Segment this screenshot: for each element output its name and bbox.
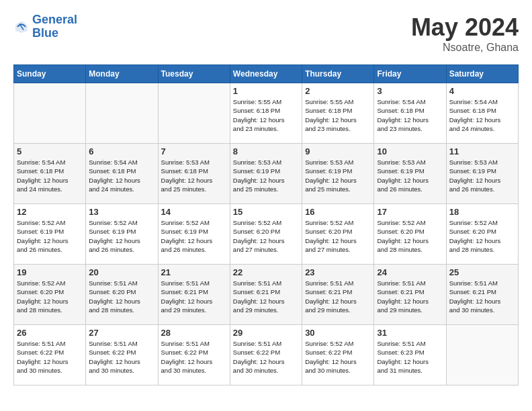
calendar-day-cell: 31Sunrise: 5:51 AM Sunset: 6:23 PM Dayli… xyxy=(374,325,446,385)
day-number: 20 xyxy=(89,267,154,277)
calendar-day-cell: 21Sunrise: 5:51 AM Sunset: 6:21 PM Dayli… xyxy=(158,265,230,325)
calendar-week-row: 26Sunrise: 5:51 AM Sunset: 6:22 PM Dayli… xyxy=(14,325,519,385)
calendar-day-cell: 9Sunrise: 5:53 AM Sunset: 6:19 PM Daylig… xyxy=(302,144,374,204)
weekday-header-cell: Friday xyxy=(374,65,446,83)
day-number: 2 xyxy=(305,86,371,96)
weekday-header-cell: Thursday xyxy=(302,65,374,83)
day-number: 8 xyxy=(233,146,299,156)
calendar-week-row: 5Sunrise: 5:54 AM Sunset: 6:18 PM Daylig… xyxy=(14,144,519,204)
location: Nsoatre, Ghana xyxy=(411,42,519,54)
day-info: Sunrise: 5:51 AM Sunset: 6:22 PM Dayligh… xyxy=(233,339,299,375)
day-info: Sunrise: 5:51 AM Sunset: 6:22 PM Dayligh… xyxy=(161,339,227,375)
day-number: 6 xyxy=(89,146,154,156)
day-info: Sunrise: 5:52 AM Sunset: 6:22 PM Dayligh… xyxy=(305,339,371,375)
logo-text: General Blue xyxy=(32,13,77,40)
day-number: 26 xyxy=(17,328,83,338)
weekday-header-row: SundayMondayTuesdayWednesdayThursdayFrid… xyxy=(14,65,519,83)
page-header: General Blue May 2024 Nsoatre, Ghana xyxy=(13,13,519,54)
calendar-day-cell xyxy=(158,83,230,144)
day-info: Sunrise: 5:55 AM Sunset: 6:18 PM Dayligh… xyxy=(305,97,371,133)
calendar-day-cell: 13Sunrise: 5:52 AM Sunset: 6:19 PM Dayli… xyxy=(86,204,158,265)
day-info: Sunrise: 5:52 AM Sunset: 6:20 PM Dayligh… xyxy=(305,218,371,254)
day-info: Sunrise: 5:51 AM Sunset: 6:22 PM Dayligh… xyxy=(17,339,83,375)
calendar-week-row: 12Sunrise: 5:52 AM Sunset: 6:19 PM Dayli… xyxy=(14,204,519,265)
calendar-day-cell: 2Sunrise: 5:55 AM Sunset: 6:18 PM Daylig… xyxy=(302,83,374,144)
logo-blue: Blue xyxy=(32,26,58,40)
calendar-day-cell: 16Sunrise: 5:52 AM Sunset: 6:20 PM Dayli… xyxy=(302,204,374,265)
day-number: 21 xyxy=(161,267,227,277)
calendar-day-cell: 6Sunrise: 5:54 AM Sunset: 6:18 PM Daylig… xyxy=(86,144,158,204)
day-number: 3 xyxy=(377,86,443,96)
day-number: 9 xyxy=(305,146,371,156)
day-info: Sunrise: 5:51 AM Sunset: 6:21 PM Dayligh… xyxy=(161,279,227,314)
calendar-week-row: 19Sunrise: 5:52 AM Sunset: 6:20 PM Dayli… xyxy=(14,265,519,325)
calendar-day-cell: 30Sunrise: 5:52 AM Sunset: 6:22 PM Dayli… xyxy=(302,325,374,385)
calendar-day-cell: 12Sunrise: 5:52 AM Sunset: 6:19 PM Dayli… xyxy=(14,204,86,265)
day-info: Sunrise: 5:51 AM Sunset: 6:23 PM Dayligh… xyxy=(377,339,443,375)
calendar-day-cell: 28Sunrise: 5:51 AM Sunset: 6:22 PM Dayli… xyxy=(158,325,230,385)
calendar-day-cell: 18Sunrise: 5:52 AM Sunset: 6:20 PM Dayli… xyxy=(446,204,518,265)
calendar-day-cell: 8Sunrise: 5:53 AM Sunset: 6:19 PM Daylig… xyxy=(230,144,302,204)
month-year: May 2024 xyxy=(411,13,519,42)
day-info: Sunrise: 5:53 AM Sunset: 6:18 PM Dayligh… xyxy=(161,158,227,193)
day-number: 24 xyxy=(377,267,443,277)
calendar-day-cell: 11Sunrise: 5:53 AM Sunset: 6:19 PM Dayli… xyxy=(446,144,518,204)
day-info: Sunrise: 5:54 AM Sunset: 6:18 PM Dayligh… xyxy=(377,97,443,133)
calendar-day-cell: 4Sunrise: 5:54 AM Sunset: 6:18 PM Daylig… xyxy=(446,83,518,144)
day-number: 31 xyxy=(377,328,443,338)
calendar-day-cell: 14Sunrise: 5:52 AM Sunset: 6:19 PM Dayli… xyxy=(158,204,230,265)
day-number: 18 xyxy=(449,207,515,217)
day-number: 7 xyxy=(161,146,227,156)
calendar-day-cell: 17Sunrise: 5:52 AM Sunset: 6:20 PM Dayli… xyxy=(374,204,446,265)
day-number: 13 xyxy=(89,207,154,217)
weekday-header-cell: Sunday xyxy=(14,65,86,83)
weekday-header-cell: Wednesday xyxy=(230,65,302,83)
weekday-header-cell: Saturday xyxy=(446,65,518,83)
day-number: 29 xyxy=(233,328,299,338)
day-info: Sunrise: 5:54 AM Sunset: 6:18 PM Dayligh… xyxy=(449,97,515,133)
day-info: Sunrise: 5:52 AM Sunset: 6:20 PM Dayligh… xyxy=(233,218,299,254)
day-number: 5 xyxy=(17,146,83,156)
logo: General Blue xyxy=(13,13,77,40)
day-number: 15 xyxy=(233,207,299,217)
calendar-day-cell: 19Sunrise: 5:52 AM Sunset: 6:20 PM Dayli… xyxy=(14,265,86,325)
day-info: Sunrise: 5:51 AM Sunset: 6:22 PM Dayligh… xyxy=(89,339,154,375)
calendar-day-cell: 5Sunrise: 5:54 AM Sunset: 6:18 PM Daylig… xyxy=(14,144,86,204)
day-info: Sunrise: 5:52 AM Sunset: 6:20 PM Dayligh… xyxy=(17,279,83,314)
calendar-day-cell: 3Sunrise: 5:54 AM Sunset: 6:18 PM Daylig… xyxy=(374,83,446,144)
day-info: Sunrise: 5:51 AM Sunset: 6:21 PM Dayligh… xyxy=(377,279,443,314)
day-info: Sunrise: 5:52 AM Sunset: 6:19 PM Dayligh… xyxy=(161,218,227,254)
calendar-day-cell xyxy=(86,83,158,144)
day-info: Sunrise: 5:53 AM Sunset: 6:19 PM Dayligh… xyxy=(377,158,443,193)
day-number: 1 xyxy=(233,86,299,96)
calendar-day-cell: 29Sunrise: 5:51 AM Sunset: 6:22 PM Dayli… xyxy=(230,325,302,385)
day-info: Sunrise: 5:53 AM Sunset: 6:19 PM Dayligh… xyxy=(233,158,299,193)
day-number: 16 xyxy=(305,207,371,217)
day-number: 22 xyxy=(233,267,299,277)
day-info: Sunrise: 5:52 AM Sunset: 6:19 PM Dayligh… xyxy=(17,218,83,254)
calendar-day-cell: 26Sunrise: 5:51 AM Sunset: 6:22 PM Dayli… xyxy=(14,325,86,385)
day-number: 4 xyxy=(449,86,515,96)
day-number: 30 xyxy=(305,328,371,338)
title-block: May 2024 Nsoatre, Ghana xyxy=(411,13,519,54)
day-number: 19 xyxy=(17,267,83,277)
calendar-day-cell: 24Sunrise: 5:51 AM Sunset: 6:21 PM Dayli… xyxy=(374,265,446,325)
weekday-header-cell: Tuesday xyxy=(158,65,230,83)
day-info: Sunrise: 5:53 AM Sunset: 6:19 PM Dayligh… xyxy=(305,158,371,193)
day-number: 10 xyxy=(377,146,443,156)
calendar-day-cell: 7Sunrise: 5:53 AM Sunset: 6:18 PM Daylig… xyxy=(158,144,230,204)
day-number: 11 xyxy=(449,146,515,156)
calendar-day-cell: 20Sunrise: 5:51 AM Sunset: 6:20 PM Dayli… xyxy=(86,265,158,325)
day-info: Sunrise: 5:52 AM Sunset: 6:19 PM Dayligh… xyxy=(89,218,154,254)
day-info: Sunrise: 5:52 AM Sunset: 6:20 PM Dayligh… xyxy=(449,218,515,254)
day-number: 14 xyxy=(161,207,227,217)
day-info: Sunrise: 5:51 AM Sunset: 6:21 PM Dayligh… xyxy=(233,279,299,314)
day-number: 27 xyxy=(89,328,154,338)
day-number: 23 xyxy=(305,267,371,277)
logo-icon xyxy=(13,19,30,35)
day-info: Sunrise: 5:51 AM Sunset: 6:20 PM Dayligh… xyxy=(89,279,154,314)
calendar-day-cell: 10Sunrise: 5:53 AM Sunset: 6:19 PM Dayli… xyxy=(374,144,446,204)
calendar-body: 1Sunrise: 5:55 AM Sunset: 6:18 PM Daylig… xyxy=(14,83,519,385)
calendar-day-cell: 22Sunrise: 5:51 AM Sunset: 6:21 PM Dayli… xyxy=(230,265,302,325)
day-info: Sunrise: 5:55 AM Sunset: 6:18 PM Dayligh… xyxy=(233,97,299,133)
